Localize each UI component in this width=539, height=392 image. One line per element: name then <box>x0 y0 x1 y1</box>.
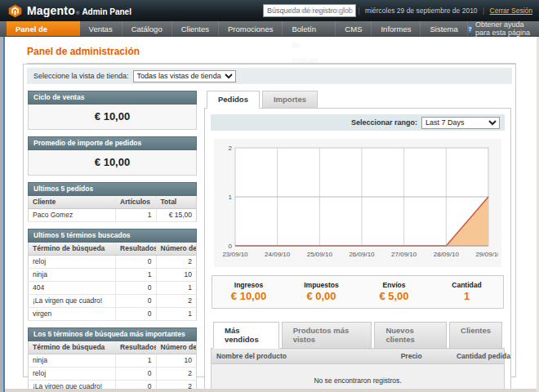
tab-new-customers[interactable]: Nuevos clientes <box>374 322 447 349</box>
lifetime-sales-box: Ciclo de ventas € 10,00 <box>28 91 197 130</box>
range-select[interactable]: Last 7 Days <box>421 117 500 129</box>
brand: Magento ® Admin Panel <box>8 4 131 18</box>
average-orders-box: Promedio de importe de pedidos € 10,00 <box>28 136 197 176</box>
table-row[interactable]: 404 0 1 <box>29 282 197 295</box>
table-row[interactable]: Paco Gomez 1 € 15,00 <box>29 209 197 222</box>
tab-orders[interactable]: Pedidos <box>207 91 260 109</box>
svg-text:0: 0 <box>229 243 233 250</box>
session-info: Accedió como aparo | miércoles 29 de sep… <box>290 0 532 21</box>
svg-text:25/09/10: 25/09/10 <box>307 251 333 258</box>
store-view-select[interactable]: Todas las vistas de tienda <box>133 70 236 82</box>
svg-text:28/09/10: 28/09/10 <box>434 251 460 258</box>
store-view-bar: Seleccione la vista de tienda: Todas las… <box>27 68 512 84</box>
no-records-message: No se encontraron registros. <box>212 364 505 392</box>
logged-in-as: Accedió como aparo <box>290 7 354 15</box>
total-shipping: Envíos € 5,00 <box>358 276 430 308</box>
nav-item-catalog[interactable]: Catálogo <box>122 21 172 36</box>
window-frame-bottom <box>0 389 539 392</box>
totals-bar: Ingresos € 10,00 Impuestos € 0,00 Envíos… <box>212 275 504 309</box>
nav-item-dashboard[interactable]: Panel de administración <box>7 21 80 36</box>
nav-item-reports[interactable]: Informes <box>372 21 421 36</box>
chart-tabs: Pedidos Importes <box>204 91 511 108</box>
tab-amounts[interactable]: Importes <box>262 91 318 109</box>
nav-item-system[interactable]: Sistema <box>421 21 467 36</box>
total-quantity: Cantidad 1 <box>430 276 503 308</box>
range-label: Seleccionar rango: <box>351 118 417 127</box>
bestsellers-grid: Nombre del producto Precio Cantidad pedi… <box>211 348 505 392</box>
nav-item-cms[interactable]: CMS <box>336 21 372 36</box>
page-title: Panel de administración <box>27 46 539 57</box>
table-row[interactable]: reloj 0 2 <box>29 368 197 381</box>
chart-card: Seleccionar rango: Last 7 Days 01223/09/… <box>204 108 511 392</box>
svg-text:23/09/10: 23/09/10 <box>222 251 248 258</box>
total-tax: Impuestos € 0,00 <box>285 276 358 308</box>
table-row[interactable]: reloj 0 2 <box>29 256 197 269</box>
svg-text:1: 1 <box>229 194 233 201</box>
svg-text:24/09/10: 24/09/10 <box>265 251 291 258</box>
total-revenue: Ingresos € 10,00 <box>212 276 285 308</box>
top-search-terms-table: Término de búsqueda Resultados Número de… <box>28 341 197 392</box>
tab-most-viewed[interactable]: Productos más vistos <box>282 322 372 349</box>
store-view-label: Seleccione la vista de tienda: <box>33 72 129 80</box>
last-search-terms-box: Ultimos 5 términos buscados Término de b… <box>28 229 197 321</box>
nav-item-promotions[interactable]: Promociones <box>219 21 283 36</box>
average-orders-title: Promedio de importe de pedidos <box>28 136 197 150</box>
average-orders-value: € 10,00 <box>28 150 197 176</box>
top-search-terms-title: Los 5 términos de búsqueda más important… <box>28 327 197 341</box>
dashboard-container: Seleccione la vista de tienda: Todas las… <box>23 64 516 377</box>
tab-customers[interactable]: Clientes <box>449 322 502 349</box>
table-row[interactable]: ninja 1 10 <box>29 269 197 282</box>
brand-name: Magento <box>27 4 75 17</box>
help-icon: ? <box>468 24 472 33</box>
last-orders-box: Ultimos 5 pedidos Cliente Artículos Tota… <box>28 182 197 222</box>
table-row[interactable]: ninja 1 10 <box>29 354 197 368</box>
orders-chart: 01223/09/1024/09/1025/09/1026/09/1027/09… <box>214 139 501 267</box>
grid-tabs: Más vendidos Productos más vistos Nuevos… <box>211 322 505 348</box>
main-navigation: Panel de administración Ventas Catálogo … <box>0 21 539 37</box>
help-link[interactable]: ? Obtener ayuda para esta página <box>468 21 531 36</box>
logout-link[interactable]: Cerrar Sesión <box>490 7 532 15</box>
svg-text:29/09/10: 29/09/10 <box>475 251 498 258</box>
nav-item-customers[interactable]: Clientes <box>172 21 219 36</box>
trademark-mark: ® <box>76 11 79 16</box>
magento-logo-icon <box>8 4 22 18</box>
last-orders-title: Ultimos 5 pedidos <box>28 182 197 196</box>
lifetime-sales-title: Ciclo de ventas <box>28 91 197 105</box>
empty-row: No se encontraron registros. <box>212 364 505 392</box>
last-search-terms-table: Término de búsqueda Resultados Número de… <box>28 243 197 321</box>
window-frame-blue-border <box>3 37 5 392</box>
nav-item-sales[interactable]: Ventas <box>80 21 122 36</box>
top-header: Magento ® Admin Panel Accedió como aparo… <box>0 0 539 21</box>
lifetime-sales-value: € 10,00 <box>28 105 197 130</box>
last-orders-table: Cliente Artículos Total Paco Gomez 1 € 1… <box>28 196 197 222</box>
table-row[interactable]: virgen 0 1 <box>29 308 197 321</box>
svg-text:27/09/10: 27/09/10 <box>391 251 417 258</box>
top-search-terms-box: Los 5 términos de búsqueda más important… <box>28 327 197 392</box>
nav-item-newsletter[interactable]: Boletín de noticias <box>283 21 336 36</box>
tab-bestsellers[interactable]: Más vendidos <box>213 322 279 349</box>
table-row[interactable]: ¡La virgen que cuadro! 0 2 <box>29 295 197 308</box>
range-bar: Seleccionar rango: Last 7 Days <box>211 114 505 131</box>
svg-text:26/09/10: 26/09/10 <box>349 251 375 258</box>
svg-text:2: 2 <box>229 145 233 152</box>
brand-suffix: Admin Panel <box>82 7 131 16</box>
left-column: Ciclo de ventas € 10,00 Promedio de impo… <box>28 91 197 392</box>
current-date: miércoles 29 de septiembre de 2010 <box>365 7 478 15</box>
last-search-terms-title: Ultimos 5 términos buscados <box>28 229 197 243</box>
right-column: Pedidos Importes Seleccionar rango: Last… <box>204 91 511 392</box>
